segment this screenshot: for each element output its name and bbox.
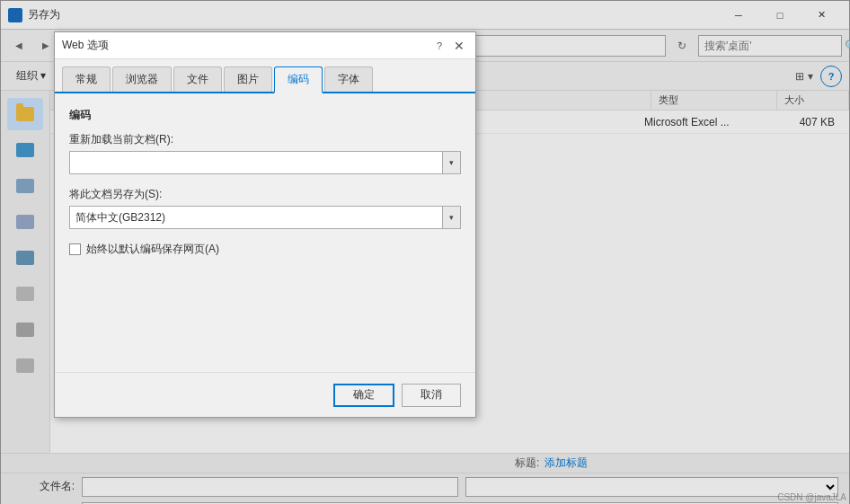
saveas-label: 将此文档另存为(S): [69,187,461,202]
tab-fonts[interactable]: 字体 [324,66,373,92]
saveas-dropdown-arrow[interactable]: ▾ [442,207,460,228]
dialog-close-button[interactable]: ✕ [450,37,468,55]
tab-browser[interactable]: 浏览器 [112,66,172,92]
encoding-checkbox-row: 始终以默认编码保存网页(A) [69,242,461,257]
dialog-titlebar: Web 选项 ? ✕ [55,32,475,59]
dialog-footer: 确定 取消 [55,372,475,417]
reload-label: 重新加载当前文档(R): [69,132,461,147]
dialog-help-button[interactable]: ? [432,39,447,53]
tab-files[interactable]: 文件 [173,66,222,92]
reload-dropdown[interactable]: ▾ [69,151,461,174]
reload-dropdown-arrow[interactable]: ▾ [442,152,460,173]
tab-general[interactable]: 常规 [62,66,111,92]
dialog-tabs: 常规 浏览器 文件 图片 编码 字体 [55,59,475,93]
dialog-ok-button[interactable]: 确定 [333,384,394,407]
reload-field-group: 重新加载当前文档(R): ▾ [69,132,461,174]
saveas-dropdown[interactable]: 简体中文(GB2312) ▾ [69,206,461,229]
section-title: 编码 [69,108,461,123]
tab-encoding[interactable]: 编码 [274,66,323,93]
dialog-title: Web 选项 [62,38,109,53]
tab-pictures[interactable]: 图片 [224,66,272,92]
saveas-field-group: 将此文档另存为(S): 简体中文(GB2312) ▾ [69,187,461,229]
reload-dropdown-text [70,152,442,173]
dialog-body: 编码 重新加载当前文档(R): ▾ 将此文档另存为(S): 简体中文(GB231… [55,93,475,271]
web-options-dialog: Web 选项 ? ✕ 常规 浏览器 文件 图片 编码 字体 编码 重新加载当前文… [54,31,476,418]
encoding-checkbox-label: 始终以默认编码保存网页(A) [86,242,219,257]
dialog-cancel-button[interactable]: 取消 [402,384,461,407]
saveas-dropdown-text: 简体中文(GB2312) [70,207,442,228]
encoding-checkbox[interactable] [69,243,81,255]
